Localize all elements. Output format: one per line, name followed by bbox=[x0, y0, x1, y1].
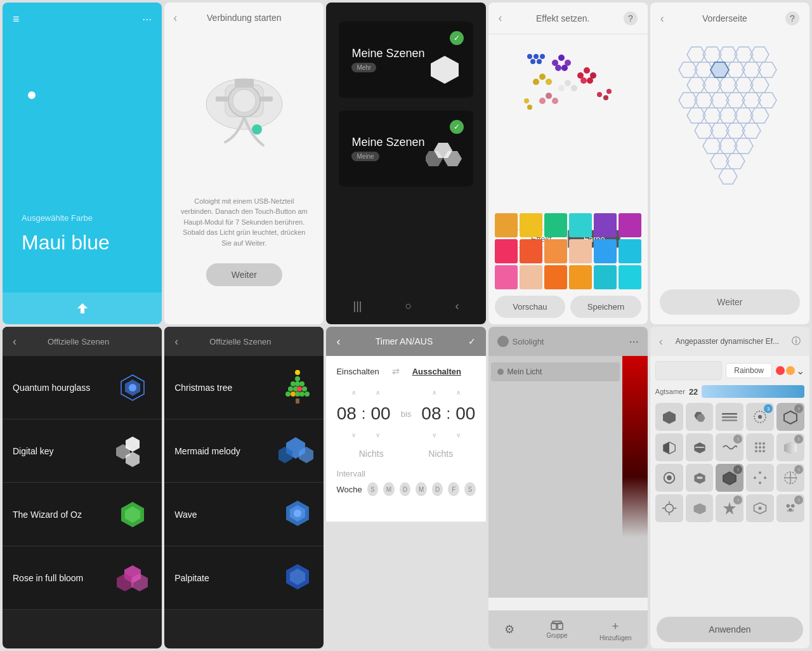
scene-item-palpitate[interactable]: Palpitate bbox=[164, 546, 324, 610]
color-dot-1[interactable] bbox=[776, 366, 785, 375]
day-f[interactable]: F bbox=[448, 482, 459, 496]
day-s1[interactable]: S bbox=[367, 482, 379, 496]
day-d2[interactable]: D bbox=[432, 482, 443, 496]
scene-item-wave[interactable]: Wave bbox=[164, 483, 324, 546]
effect-help-btn[interactable]: ? bbox=[624, 11, 638, 25]
effect-icon-8[interactable]: ↑ bbox=[716, 433, 743, 461]
sololight-more-btn[interactable]: ··· bbox=[629, 335, 639, 348]
color-cell-7[interactable] bbox=[495, 239, 518, 263]
day-d1[interactable]: D bbox=[400, 482, 411, 496]
color-cell-6[interactable] bbox=[619, 213, 641, 237]
color-strip[interactable] bbox=[622, 356, 648, 598]
color-cell-10[interactable] bbox=[569, 239, 592, 263]
menu-icon[interactable]: ≡ bbox=[13, 13, 20, 26]
nav-home-icon[interactable]: ○ bbox=[405, 299, 412, 313]
color-cell-12[interactable] bbox=[619, 239, 641, 263]
effect-icon-1[interactable] bbox=[655, 403, 683, 431]
day-m[interactable]: M bbox=[383, 482, 395, 496]
effect-icon-15[interactable]: ↑ bbox=[776, 464, 804, 492]
speichern-button[interactable]: Speichern bbox=[570, 296, 641, 318]
effect-name-input[interactable] bbox=[655, 361, 723, 380]
color-cell-9[interactable] bbox=[544, 239, 567, 263]
rainbow-button[interactable]: Rainbow bbox=[726, 363, 772, 378]
apply-button[interactable]: Anwenden bbox=[657, 617, 803, 642]
color-cell-13[interactable] bbox=[495, 265, 518, 289]
back-btn-p7[interactable]: ‹ bbox=[174, 335, 178, 348]
m1-up[interactable]: ∧ bbox=[376, 389, 380, 396]
scene-item-mermaid[interactable]: Mermaid melody bbox=[164, 419, 324, 483]
scene-card-2[interactable]: Meine Szenen Meine ✓ bbox=[339, 110, 473, 187]
color-cell-18[interactable] bbox=[619, 265, 641, 289]
scene-card-1[interactable]: Meine Szenen Mehr ✓ bbox=[339, 22, 473, 98]
effect-icon-5[interactable]: ↑ bbox=[776, 403, 804, 431]
m2-down[interactable]: ∨ bbox=[456, 431, 461, 438]
weiter-button[interactable]: Weiter bbox=[206, 263, 282, 286]
scene-item-christmas[interactable]: Christmas tree bbox=[164, 356, 324, 419]
effect-back-btn[interactable]: ‹ bbox=[499, 11, 502, 25]
effect-icon-17[interactable] bbox=[686, 494, 714, 522]
color-cell-3[interactable] bbox=[544, 213, 567, 237]
effect-icon-12[interactable] bbox=[686, 464, 714, 492]
back-button[interactable]: ‹ bbox=[173, 11, 177, 25]
front-back-btn[interactable]: ‹ bbox=[660, 12, 664, 25]
nav-item-hinzufuegen[interactable]: ＋ Hinzufügen bbox=[599, 618, 632, 641]
nav-item-gruppe[interactable]: Gruppe bbox=[546, 621, 567, 639]
h1-down[interactable]: ∨ bbox=[351, 431, 356, 438]
svg-point-3 bbox=[233, 89, 256, 112]
timer-check-btn[interactable]: ✓ bbox=[468, 336, 476, 346]
nav-item-settings[interactable]: ⚙ bbox=[504, 622, 514, 636]
color-dot bbox=[28, 91, 36, 99]
scene-item-digital[interactable]: Digital key bbox=[3, 419, 162, 483]
panel-color: ≡ ··· Ausgewählte Farbe Maui blue bbox=[3, 3, 162, 324]
m2-up[interactable]: ∧ bbox=[456, 389, 461, 396]
h2-down[interactable]: ∨ bbox=[432, 431, 436, 438]
effect-icon-2[interactable] bbox=[686, 403, 714, 431]
front-weiter-button[interactable]: Weiter bbox=[660, 289, 800, 315]
effect-icon-7[interactable] bbox=[686, 433, 714, 461]
effect-icon-6[interactable] bbox=[655, 433, 683, 461]
color-cell-8[interactable] bbox=[520, 239, 542, 263]
day-m2[interactable]: M bbox=[416, 482, 427, 496]
custom-back-btn[interactable]: ‹ bbox=[659, 335, 663, 348]
color-cell-2[interactable] bbox=[520, 213, 542, 237]
effect-icon-13[interactable]: ↑ bbox=[716, 464, 743, 492]
effect-icon-16[interactable] bbox=[655, 494, 683, 522]
back-btn-p6[interactable]: ‹ bbox=[13, 335, 16, 348]
color-cell-4[interactable] bbox=[569, 213, 592, 237]
more-icon[interactable]: ··· bbox=[142, 13, 152, 26]
color-cell-11[interactable] bbox=[594, 239, 617, 263]
color-cell-15[interactable] bbox=[544, 265, 567, 289]
color-cell-16[interactable] bbox=[569, 265, 592, 289]
effect-icon-9[interactable] bbox=[746, 433, 774, 461]
my-light-bar[interactable]: Mein Licht bbox=[491, 362, 620, 381]
effect-icon-4[interactable]: 3 bbox=[746, 403, 774, 431]
timer-back-btn[interactable]: ‹ bbox=[336, 335, 340, 348]
expand-icon[interactable]: ⌄ bbox=[796, 365, 804, 377]
effect-icon-10[interactable]: ↑ bbox=[776, 433, 804, 461]
effect-icon-18[interactable]: ↑ bbox=[716, 494, 743, 522]
effect-icon-19[interactable] bbox=[746, 494, 774, 522]
effect-icon-20[interactable]: ↑ bbox=[776, 494, 804, 522]
color-cell-5[interactable] bbox=[594, 213, 617, 237]
nav-back-icon[interactable]: ‹ bbox=[455, 299, 459, 313]
effect-icon-11[interactable] bbox=[655, 464, 683, 492]
effect-icon-14[interactable] bbox=[746, 464, 774, 492]
color-cell-14[interactable] bbox=[520, 265, 542, 289]
front-header: ‹ Vorderseite ? bbox=[650, 3, 809, 34]
speed-bar[interactable] bbox=[702, 385, 804, 398]
scene-item-wizard[interactable]: The Wizard of Oz bbox=[3, 483, 162, 546]
vorschau-button[interactable]: Vorschau bbox=[495, 296, 566, 318]
effect-icon-3[interactable] bbox=[716, 403, 743, 431]
day-s2[interactable]: S bbox=[464, 482, 476, 496]
color-dot-2[interactable] bbox=[786, 366, 795, 375]
custom-info-btn[interactable]: ⓘ bbox=[792, 336, 801, 347]
nav-menu-icon[interactable]: ||| bbox=[353, 299, 362, 313]
color-cell-1[interactable] bbox=[495, 213, 518, 237]
scene-item-quantum[interactable]: Quantum hourglass bbox=[3, 356, 162, 419]
scene-item-rose[interactable]: Rose in full bloom bbox=[3, 546, 162, 610]
h1-up[interactable]: ∧ bbox=[351, 389, 356, 396]
front-help-btn[interactable]: ? bbox=[785, 11, 799, 25]
m1-down[interactable]: ∨ bbox=[376, 431, 380, 438]
h2-up[interactable]: ∧ bbox=[432, 389, 436, 396]
color-cell-17[interactable] bbox=[594, 265, 617, 289]
